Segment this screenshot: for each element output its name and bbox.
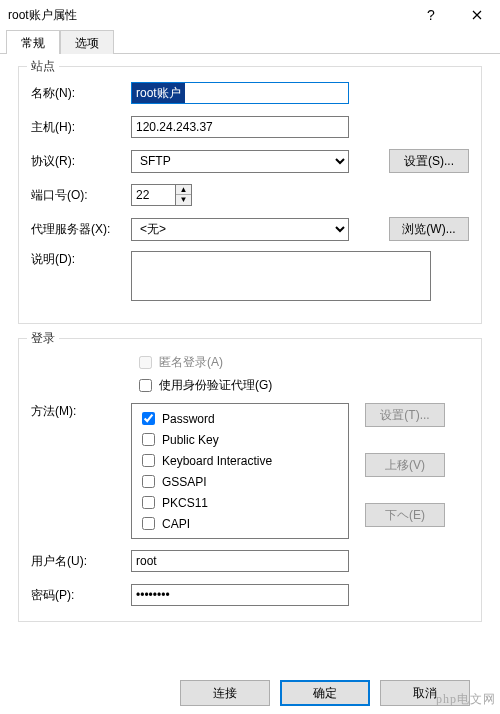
method-settings-button[interactable]: 设置(T)... bbox=[365, 403, 445, 427]
proxy-select[interactable]: <无> bbox=[131, 218, 349, 241]
method-cb-gssapi[interactable] bbox=[142, 475, 155, 488]
protocol-label: 协议(R): bbox=[31, 153, 131, 170]
tab-options[interactable]: 选项 bbox=[60, 30, 114, 54]
anon-label: 匿名登录(A) bbox=[159, 354, 223, 371]
desc-textarea[interactable] bbox=[131, 251, 431, 301]
method-label: 方法(M): bbox=[31, 403, 131, 420]
host-label: 主机(H): bbox=[31, 119, 131, 136]
close-icon bbox=[472, 10, 482, 20]
proxy-label: 代理服务器(X): bbox=[31, 221, 131, 238]
pass-label: 密码(P): bbox=[31, 587, 131, 604]
host-input[interactable] bbox=[131, 116, 349, 138]
name-label: 名称(N): bbox=[31, 85, 131, 102]
method-cb-keyboard[interactable] bbox=[142, 454, 155, 467]
method-item-pkcs11[interactable]: PKCS11 bbox=[138, 492, 342, 513]
method-down-button[interactable]: 下ヘ(E) bbox=[365, 503, 445, 527]
method-item-gssapi[interactable]: GSSAPI bbox=[138, 471, 342, 492]
spin-up-icon[interactable]: ▲ bbox=[176, 185, 191, 195]
method-up-button[interactable]: 上移(V) bbox=[365, 453, 445, 477]
ok-button[interactable]: 确定 bbox=[280, 680, 370, 706]
method-cb-capi[interactable] bbox=[142, 517, 155, 530]
group-login-legend: 登录 bbox=[27, 330, 59, 347]
port-input[interactable] bbox=[131, 184, 175, 206]
protocol-settings-button[interactable]: 设置(S)... bbox=[389, 149, 469, 173]
auth-agent-label: 使用身份验证代理(G) bbox=[159, 377, 272, 394]
method-cb-publickey[interactable] bbox=[142, 433, 155, 446]
group-site: 站点 名称(N): 主机(H): 协议(R): SFTP 设置(S)... bbox=[18, 66, 482, 324]
window-title: root账户属性 bbox=[8, 7, 408, 24]
methods-list[interactable]: Password Public Key Keyboard Interactive… bbox=[131, 403, 349, 539]
tab-general[interactable]: 常规 bbox=[6, 30, 60, 54]
method-cb-password[interactable] bbox=[142, 412, 155, 425]
dialog-buttons: 连接 确定 取消 bbox=[180, 680, 470, 706]
spin-down-icon[interactable]: ▼ bbox=[176, 195, 191, 205]
titlebar: root账户属性 ? bbox=[0, 0, 500, 30]
close-button[interactable] bbox=[454, 0, 500, 30]
cancel-button[interactable]: 取消 bbox=[380, 680, 470, 706]
method-item-password[interactable]: Password bbox=[138, 408, 342, 429]
proxy-browse-button[interactable]: 浏览(W)... bbox=[389, 217, 469, 241]
pass-input[interactable] bbox=[131, 584, 349, 606]
name-input[interactable] bbox=[131, 82, 349, 104]
method-item-capi[interactable]: CAPI bbox=[138, 513, 342, 534]
group-login: 登录 匿名登录(A) 使用身份验证代理(G) 方法(M): Password P… bbox=[18, 338, 482, 622]
auth-agent-checkbox[interactable] bbox=[139, 379, 152, 392]
group-site-legend: 站点 bbox=[27, 58, 59, 75]
connect-button[interactable]: 连接 bbox=[180, 680, 270, 706]
protocol-select[interactable]: SFTP bbox=[131, 150, 349, 173]
user-input[interactable] bbox=[131, 550, 349, 572]
help-button[interactable]: ? bbox=[408, 0, 454, 30]
tab-bar: 常规 选项 bbox=[0, 30, 500, 54]
port-spinner[interactable]: ▲ ▼ bbox=[131, 184, 192, 206]
port-label: 端口号(O): bbox=[31, 187, 131, 204]
user-label: 用户名(U): bbox=[31, 553, 131, 570]
method-item-publickey[interactable]: Public Key bbox=[138, 429, 342, 450]
method-item-keyboard[interactable]: Keyboard Interactive bbox=[138, 450, 342, 471]
desc-label: 说明(D): bbox=[31, 251, 131, 268]
anon-checkbox bbox=[139, 356, 152, 369]
method-cb-pkcs11[interactable] bbox=[142, 496, 155, 509]
